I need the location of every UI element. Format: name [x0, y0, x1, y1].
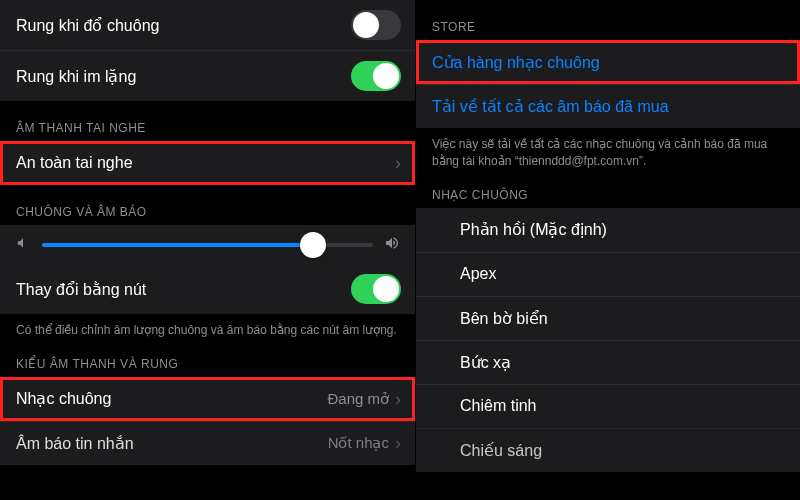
text-tone-row[interactable]: Âm báo tin nhắn Nốt nhạc ›: [0, 421, 415, 465]
sound-vibration-patterns-header: KIỂU ÂM THANH VÀ RUNG: [0, 343, 415, 377]
ringtone-label: Chiếu sáng: [460, 441, 542, 460]
row-label: Rung khi im lặng: [16, 67, 351, 86]
vibrate-group: Rung khi đổ chuông Rung khi im lặng: [0, 0, 415, 101]
ringtone-detail-pane: STORE Cửa hàng nhạc chuông Tải về tất cả…: [416, 0, 800, 500]
ringtone-item[interactable]: Phản hồi (Mặc định): [416, 208, 800, 252]
ringer-volume-row[interactable]: [0, 225, 415, 264]
row-value: Nốt nhạc: [328, 434, 389, 452]
ringtone-item[interactable]: Chiếu sáng: [416, 428, 800, 472]
vibrate-on-silent-row[interactable]: Rung khi im lặng: [0, 50, 415, 101]
chevron-right-icon: ›: [395, 390, 401, 408]
row-label: Âm báo tin nhắn: [16, 434, 328, 453]
ringtone-label: Chiêm tinh: [460, 397, 536, 415]
change-with-buttons-row[interactable]: Thay đổi bằng nút: [0, 264, 415, 314]
ringer-volume-note: Có thể điều chỉnh âm lượng chuông và âm …: [0, 314, 415, 343]
download-purchased-row[interactable]: Tải về tất cả các âm báo đã mua: [416, 84, 800, 128]
store-group: Cửa hàng nhạc chuông Tải về tất cả các â…: [416, 40, 800, 128]
row-label: Tải về tất cả các âm báo đã mua: [432, 97, 786, 116]
store-header: STORE: [416, 0, 800, 40]
row-label: Rung khi đổ chuông: [16, 16, 351, 35]
ringtone-label: Bên bờ biển: [460, 309, 548, 328]
volume-high-icon: [383, 235, 401, 254]
ringtone-item[interactable]: Chiêm tinh: [416, 384, 800, 428]
headphone-audio-header: ÂM THANH TAI NGHE: [0, 101, 415, 141]
ringtone-row[interactable]: Nhạc chuông Đang mở ›: [0, 377, 415, 421]
chevron-right-icon: ›: [395, 154, 401, 172]
ringtone-item[interactable]: Bức xạ: [416, 340, 800, 384]
tone-store-row[interactable]: Cửa hàng nhạc chuông: [416, 40, 800, 84]
ringtones-list-header: NHẠC CHUÔNG: [416, 174, 800, 208]
row-label: An toàn tai nghe: [16, 154, 395, 172]
vibrate-on-ring-row[interactable]: Rung khi đổ chuông: [0, 0, 415, 50]
ringtone-item[interactable]: Bên bờ biển: [416, 296, 800, 340]
vibrate-on-ring-toggle[interactable]: [351, 10, 401, 40]
ringtone-label: Apex: [460, 265, 496, 283]
chevron-right-icon: ›: [395, 434, 401, 452]
sounds-settings-pane: Rung khi đổ chuông Rung khi im lặng ÂM T…: [0, 0, 416, 500]
ringer-alerts-header: CHUÔNG VÀ ÂM BÁO: [0, 185, 415, 225]
volume-slider[interactable]: [42, 243, 373, 247]
row-label: Cửa hàng nhạc chuông: [432, 53, 786, 72]
slider-fill: [42, 243, 313, 247]
download-note: Việc này sẽ tải về tất cả các nhạc chuôn…: [416, 128, 800, 174]
row-label: Nhạc chuông: [16, 389, 327, 408]
row-value: Đang mở: [327, 390, 389, 408]
ringtones-list: Phản hồi (Mặc định) Apex Bên bờ biển Bức…: [416, 208, 800, 472]
volume-low-icon: [14, 236, 32, 253]
slider-thumb[interactable]: [300, 232, 326, 258]
headphone-safety-row[interactable]: An toàn tai nghe ›: [0, 141, 415, 185]
ringer-group: Thay đổi bằng nút: [0, 225, 415, 314]
ringtone-label: Bức xạ: [460, 353, 511, 372]
row-label: Thay đổi bằng nút: [16, 280, 351, 299]
pattern-group: Nhạc chuông Đang mở › Âm báo tin nhắn Nố…: [0, 377, 415, 465]
ringtone-label: Phản hồi (Mặc định): [460, 220, 607, 239]
ringtone-item[interactable]: Apex: [416, 252, 800, 296]
vibrate-on-silent-toggle[interactable]: [351, 61, 401, 91]
change-with-buttons-toggle[interactable]: [351, 274, 401, 304]
headphone-safety-row-group: An toàn tai nghe ›: [0, 141, 415, 185]
